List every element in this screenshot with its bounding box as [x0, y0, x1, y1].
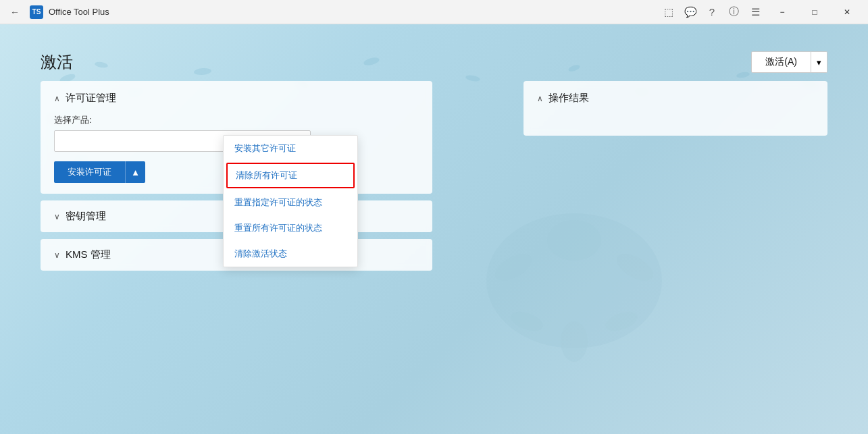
toolbar-icon-1[interactable]: ⬚	[659, 2, 679, 22]
title-bar-left: ← TS Office Tool Plus	[5, 3, 109, 22]
page-title: 激活	[41, 51, 73, 73]
dropdown-item-1[interactable]: 清除所有许可证	[226, 163, 355, 188]
activate-dropdown-icon: ▾	[817, 57, 821, 67]
dropdown-item-4[interactable]: 清除激活状态	[224, 241, 357, 267]
activate-button[interactable]: 激活(A)	[751, 51, 811, 73]
main-content: 激活 激活(A) ▾	[0, 24, 868, 434]
activate-btn-group: 激活(A) ▾	[751, 51, 827, 73]
dropdown-item-3[interactable]: 重置所有许可证的状态	[224, 215, 357, 241]
app-icon: TS	[30, 5, 43, 19]
back-button[interactable]: ←	[5, 3, 24, 22]
info-icon[interactable]: ⓘ	[723, 2, 744, 22]
maximize-button[interactable]: □	[799, 0, 830, 24]
minimize-button[interactable]: −	[767, 0, 798, 24]
settings-icon[interactable]: ☰	[745, 2, 765, 22]
page-header: 激活 激活(A) ▾	[41, 51, 827, 73]
title-bar: ← TS Office Tool Plus ⬚ 💬 ? ⓘ ☰ − □ ✕	[0, 0, 868, 24]
dropdown-item-2[interactable]: 重置指定许可证的状态	[224, 190, 357, 215]
title-bar-right: ⬚ 💬 ? ⓘ ☰ − □ ✕	[659, 0, 863, 24]
app-title: Office Tool Plus	[49, 7, 109, 17]
activate-arrow-button[interactable]: ▾	[811, 51, 827, 73]
chat-icon[interactable]: 💬	[680, 2, 700, 22]
close-button[interactable]: ✕	[832, 0, 863, 24]
dropdown-menu: 安装其它许可证 清除所有许可证 重置指定许可证的状态 重置所有许可证的状态 清除…	[223, 135, 358, 267]
help-icon[interactable]: ?	[702, 2, 722, 22]
dropdown-item-0[interactable]: 安装其它许可证	[224, 136, 357, 161]
